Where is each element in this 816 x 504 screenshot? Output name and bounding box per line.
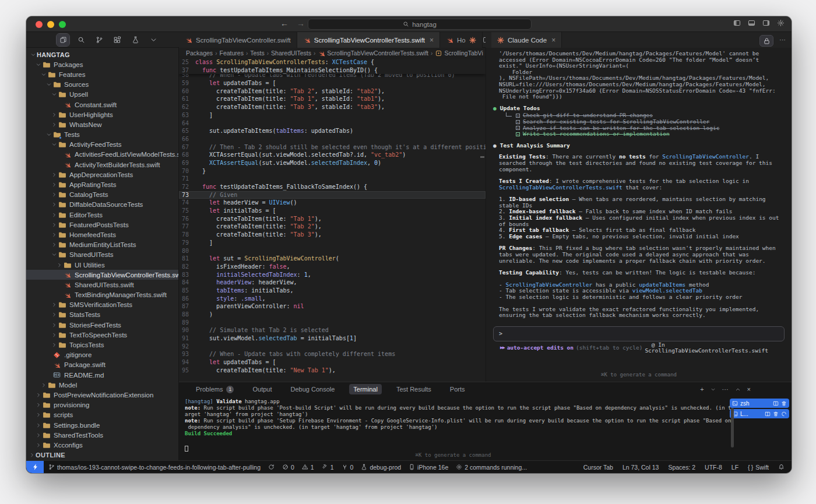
tree-item[interactable]: StoriesFeedTests xyxy=(26,320,178,330)
breadcrumb-item[interactable]: Packages xyxy=(186,50,213,57)
forward-button[interactable]: → xyxy=(297,19,305,28)
tree-item[interactable]: ScrollingTabViewControllerTests.swift xyxy=(26,270,178,280)
language-mode[interactable]: { }Swift xyxy=(748,464,769,471)
branch-indicator[interactable]: thomas/ios-193-cannot-swipe-to-change-fe… xyxy=(48,464,261,471)
tree-item[interactable]: EditorTests xyxy=(26,210,178,220)
tree-item[interactable]: provisioning xyxy=(26,400,178,410)
breadcrumb-item[interactable]: Features xyxy=(219,50,243,57)
tree-item[interactable]: Packages xyxy=(26,59,178,69)
back-button[interactable]: ← xyxy=(280,19,289,28)
tree-item[interactable]: SharedTestTools xyxy=(26,430,178,440)
terminal-instance[interactable]: zsh xyxy=(730,399,789,408)
panel-tab-output[interactable]: Output xyxy=(248,384,276,394)
close-panel-icon[interactable]: × xyxy=(747,386,751,393)
settings-icon[interactable] xyxy=(777,19,785,27)
code-viewport[interactable]: 58 // When - Update tabs with reordered … xyxy=(179,74,486,378)
indentation[interactable]: Spaces: 2 xyxy=(668,464,695,471)
tree-item[interactable]: DiffableDataSourceTests xyxy=(26,200,178,210)
activity-search[interactable] xyxy=(75,34,87,46)
warnings-count[interactable]: 1 xyxy=(302,464,314,471)
split-terminal-icon[interactable] xyxy=(773,400,779,407)
command-search-input[interactable]: hangtag xyxy=(308,19,532,30)
breadcrumb-item[interactable]: Tests xyxy=(250,50,265,57)
breadcrumb-item[interactable]: SharedUITests xyxy=(271,50,311,57)
tree-item[interactable]: scripts xyxy=(26,410,178,420)
tree-item[interactable]: TextBindingManagerTests.swift xyxy=(26,290,178,300)
terminal-output[interactable]: [hangtag] Validate hangtag.appnote: Run … xyxy=(179,396,792,460)
commands-running[interactable]: 2 commands running... xyxy=(456,464,527,471)
tree-item[interactable]: WhatsNew xyxy=(26,119,178,129)
tree-item[interactable]: README.md xyxy=(26,370,178,380)
activity-more-views[interactable] xyxy=(147,34,160,46)
encoding[interactable]: UTF-8 xyxy=(705,464,722,471)
breadcrumb-item[interactable]: ScrollingTabVi xyxy=(435,50,483,57)
close-window-button[interactable] xyxy=(36,21,43,28)
tree-item[interactable]: Xcconfigs xyxy=(26,440,178,450)
split-terminal-icon[interactable] xyxy=(765,410,771,418)
tree-item[interactable]: HANGTAG xyxy=(26,50,178,59)
terminal-profile-dropdown-icon[interactable] xyxy=(711,386,716,393)
sync-changes[interactable] xyxy=(268,464,275,470)
zoom-window-button[interactable] xyxy=(59,21,66,28)
activity-explorer[interactable] xyxy=(57,34,69,46)
tree-item[interactable]: TopicsTests xyxy=(26,340,178,350)
claude-conversation[interactable]: '/Users/thomas/Documents/Dev/Medium/hang… xyxy=(486,48,792,326)
tree-item[interactable]: PostPreviewNotificationExtension xyxy=(26,390,178,400)
device[interactable]: iPhone 16e xyxy=(409,464,448,471)
tree-item[interactable]: AppRatingTests xyxy=(26,179,178,189)
panel-tab-ports[interactable]: Ports xyxy=(446,384,469,394)
tree-item[interactable]: SharedUITests.swift xyxy=(26,280,178,290)
claude-prompt-input[interactable]: > xyxy=(493,326,785,341)
kill-terminal-icon[interactable] xyxy=(781,400,787,407)
activity-extensions[interactable] xyxy=(111,34,124,46)
tree-item[interactable]: SharedUITests xyxy=(26,250,178,260)
tree-item[interactable]: Features xyxy=(26,69,178,79)
tree-item[interactable]: Tests xyxy=(26,130,178,140)
tree-item[interactable]: Package.swift xyxy=(26,360,178,370)
terminal-instance[interactable]: L... xyxy=(730,409,789,418)
terminal-more-icon[interactable]: ··· xyxy=(722,386,729,393)
tree-item[interactable]: MediumEntityListTests xyxy=(26,240,178,250)
eol[interactable]: LF xyxy=(731,464,738,471)
new-terminal-icon[interactable]: + xyxy=(700,386,704,393)
notifications[interactable] xyxy=(778,464,785,470)
tree-item[interactable]: HomefeedTests xyxy=(26,230,178,239)
claude-more-icon[interactable]: ··· xyxy=(779,37,786,43)
minimize-window-button[interactable] xyxy=(47,21,54,28)
build-count[interactable]: 1 xyxy=(322,464,334,471)
panel-tab-debug-console[interactable]: Debug Console xyxy=(287,384,339,394)
activity-source-control[interactable] xyxy=(93,34,105,46)
todo-item[interactable]: ×Write test recommendations or implement… xyxy=(506,131,787,138)
tree-item[interactable]: UserHighlights xyxy=(26,110,178,119)
maximize-panel-icon[interactable] xyxy=(735,386,741,393)
toggle-panel-icon[interactable] xyxy=(748,19,755,27)
tree-item[interactable]: ActivitiesFeedListViewModelTests.swift xyxy=(26,150,178,160)
toggle-primary-sidebar-icon[interactable] xyxy=(733,19,741,27)
auto-accept-status[interactable]: ▶▶ auto-accept edits on (shift+tab to cy… xyxy=(500,342,792,354)
tree-item[interactable]: ActivityFeedTests xyxy=(26,140,178,150)
cursor-tab-toggle[interactable]: Cursor Tab xyxy=(583,464,613,471)
tree-item[interactable]: ActivityTextBuilderTests.swift xyxy=(26,160,178,170)
tree-item[interactable]: UI Utilities xyxy=(26,260,178,270)
errors-count[interactable]: 0 xyxy=(282,464,294,471)
tree-item[interactable]: SMSVerificationTests xyxy=(26,300,178,310)
panel-tab-terminal[interactable]: Terminal xyxy=(349,384,382,394)
terminal-scrollbar[interactable] xyxy=(731,408,734,447)
claude-tab[interactable]: Claude Code× xyxy=(491,32,562,48)
tree-item[interactable]: Settings.bundle xyxy=(26,420,178,430)
kill-terminal-icon[interactable] xyxy=(773,410,779,418)
editor-tab[interactable]: Ho xyxy=(440,32,483,48)
tree-item[interactable]: StatsTests xyxy=(26,310,178,320)
tab-close-icon[interactable]: × xyxy=(430,36,434,44)
tree-item[interactable]: FeaturedPostsTests xyxy=(26,220,178,230)
tree-item[interactable]: Sources xyxy=(26,80,178,90)
todo-item[interactable]: ×Search for existing tests for Scrolling… xyxy=(506,119,787,125)
tree-item[interactable]: Model xyxy=(26,380,178,390)
tree-item[interactable]: .gitignore xyxy=(26,350,178,360)
claude-tab-close-icon[interactable]: × xyxy=(551,36,555,44)
scheme[interactable]: debug-prod xyxy=(361,464,401,471)
lock-icon[interactable] xyxy=(759,35,773,47)
cursor-position[interactable]: Ln 73, Col 13 xyxy=(622,464,659,471)
sidebar-section-outline[interactable]: OUTLINE xyxy=(26,450,178,460)
tree-item[interactable]: TextToSpeechTests xyxy=(26,330,178,340)
